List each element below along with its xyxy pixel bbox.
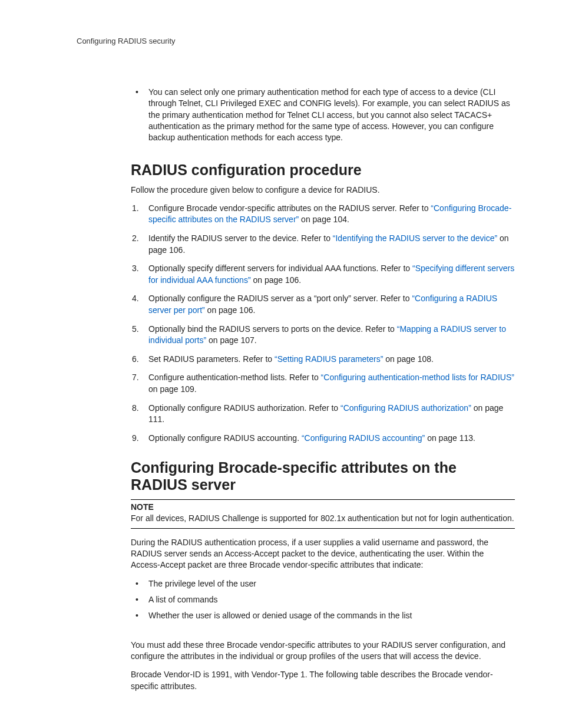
procedure-step: Optionally bind the RADIUS servers to po… bbox=[131, 324, 515, 347]
body-paragraph: You must add these three Brocade vendor-… bbox=[131, 640, 515, 663]
procedure-step: Optionally configure RADIUS accounting. … bbox=[131, 433, 515, 444]
note-text: For all devices, RADIUS Challenge is sup… bbox=[131, 513, 515, 524]
cross-reference-link[interactable]: “Configuring RADIUS authorization” bbox=[340, 403, 471, 413]
step-text: on page 104. bbox=[299, 215, 349, 224]
procedure-step: Optionally specify different servers for… bbox=[131, 263, 515, 286]
step-text: Optionally configure RADIUS authorizatio… bbox=[148, 403, 340, 413]
procedure-step: Optionally configure RADIUS authorizatio… bbox=[131, 403, 515, 426]
cross-reference-link[interactable]: “Setting RADIUS parameters” bbox=[275, 354, 383, 364]
section-intro: Follow the procedure given below to conf… bbox=[131, 185, 515, 196]
procedure-step: Identify the RADIUS server to the device… bbox=[131, 233, 515, 256]
step-text: on page 108. bbox=[383, 354, 434, 364]
step-text: Set RADIUS parameters. Refer to bbox=[148, 354, 275, 364]
list-item: The privilege level of the user bbox=[131, 578, 515, 589]
section-heading-attributes: Configuring Brocade-specific attributes … bbox=[131, 459, 515, 493]
step-text: Optionally configure the RADIUS server a… bbox=[148, 294, 412, 303]
step-text: Optionally configure RADIUS accounting. bbox=[148, 433, 302, 443]
list-item: Whether the user is allowed or denied us… bbox=[131, 610, 515, 621]
body-paragraph: Brocade Vendor-ID is 1991, with Vendor-T… bbox=[131, 669, 515, 692]
cross-reference-link[interactable]: “Configuring RADIUS accounting” bbox=[302, 433, 425, 443]
step-text: Optionally specify different servers for… bbox=[148, 263, 412, 273]
procedure-steps: Configure Brocade vendor-specific attrib… bbox=[131, 203, 515, 444]
note-label: NOTE bbox=[131, 502, 515, 512]
cross-reference-link[interactable]: “Configuring authentication-method lists… bbox=[321, 373, 514, 382]
body-paragraph: During the RADIUS authentication process… bbox=[131, 537, 515, 571]
step-text: on page 106. bbox=[205, 305, 256, 315]
step-text: on page 106. bbox=[251, 275, 302, 285]
step-text: on page 109. bbox=[148, 384, 197, 394]
step-text: Configure Brocade vendor-specific attrib… bbox=[148, 203, 431, 213]
running-header: Configuring RADIUS security bbox=[77, 37, 515, 45]
list-item: A list of commands bbox=[131, 594, 515, 605]
attribute-bullet-list: The privilege level of the userA list of… bbox=[131, 578, 515, 622]
cross-reference-link[interactable]: “Identifying the RADIUS server to the de… bbox=[333, 233, 497, 243]
procedure-step: Configure Brocade vendor-specific attrib… bbox=[131, 203, 515, 226]
procedure-step: Optionally configure the RADIUS server a… bbox=[131, 293, 515, 316]
step-text: Identify the RADIUS server to the device… bbox=[148, 233, 333, 243]
note-block: NOTE For all devices, RADIUS Challenge i… bbox=[131, 499, 515, 528]
step-text: on page 107. bbox=[206, 335, 257, 345]
step-text: on page 113. bbox=[425, 433, 475, 443]
section-heading-procedure: RADIUS configuration procedure bbox=[131, 162, 515, 179]
list-item: You can select only one primary authenti… bbox=[131, 87, 515, 144]
step-text: Configure authentication-method lists. R… bbox=[148, 373, 321, 382]
procedure-step: Configure authentication-method lists. R… bbox=[131, 372, 515, 395]
top-bullet-list: You can select only one primary authenti… bbox=[131, 87, 515, 144]
procedure-step: Set RADIUS parameters. Refer to “Setting… bbox=[131, 354, 515, 365]
step-text: Optionally bind the RADIUS servers to po… bbox=[148, 324, 397, 334]
